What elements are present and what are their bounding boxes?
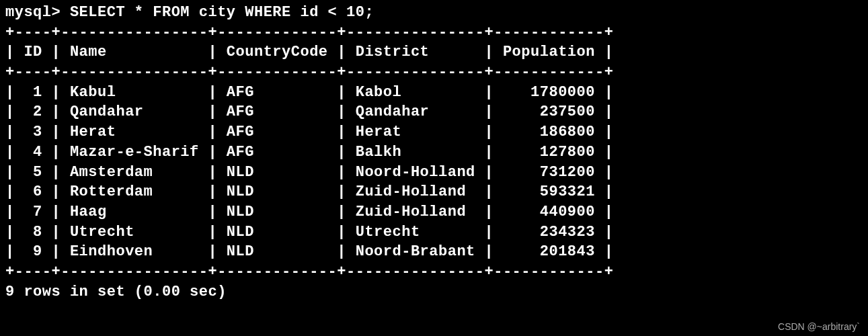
table-row: | 7 | Haag | NLD | Zuid-Holland | 440900… — [5, 202, 863, 222]
table-header: | ID | Name | CountryCode | District | P… — [5, 42, 863, 62]
table-row: | 4 | Mazar-e-Sharif | AFG | Balkh | 127… — [5, 142, 863, 163]
mysql-prompt: mysql> — [5, 4, 70, 21]
table-row: | 3 | Herat | AFG | Herat | 186800 | — [5, 122, 863, 142]
table-row: | 8 | Utrecht | NLD | Utrecht | 234323 | — [5, 222, 863, 243]
table-border-mid: +----+----------------+-------------+---… — [5, 62, 863, 83]
table-border-bottom: +----+----------------+-------------+---… — [5, 262, 863, 282]
query-line: mysql> SELECT * FROM city WHERE id < 10; — [5, 3, 863, 23]
table-border-top: +----+----------------+-------------+---… — [5, 23, 863, 43]
table-row: | 1 | Kabul | AFG | Kabol | 1780000 | — [5, 83, 863, 103]
table-row: | 2 | Qandahar | AFG | Qandahar | 237500… — [5, 102, 863, 122]
table-row: | 9 | Eindhoven | NLD | Noord-Brabant | … — [5, 242, 863, 262]
result-footer: 9 rows in set (0.00 sec) — [5, 282, 863, 302]
table-row: | 6 | Rotterdam | NLD | Zuid-Holland | 5… — [5, 182, 863, 202]
table-row: | 5 | Amsterdam | NLD | Noord-Holland | … — [5, 163, 863, 183]
watermark: CSDN @~arbitrary` — [778, 321, 860, 332]
sql-query: SELECT * FROM city WHERE id < 10; — [70, 4, 374, 21]
